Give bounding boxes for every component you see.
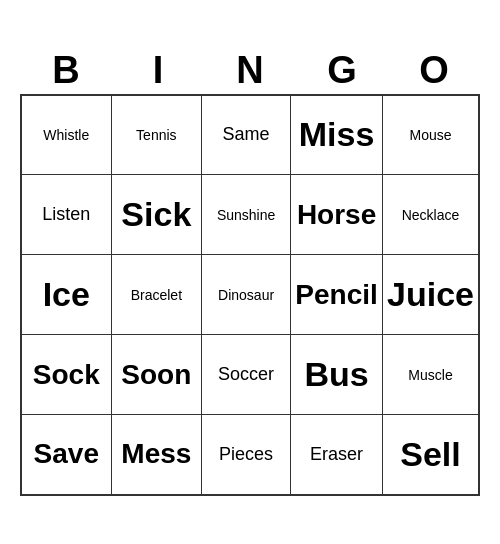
bingo-row-3: SockSoonSoccerBusMuscle	[21, 335, 479, 415]
header-letter-o: O	[388, 49, 480, 92]
bingo-cell-2-4: Juice	[383, 255, 479, 335]
header-letter-i: I	[112, 49, 204, 92]
header-letter-b: B	[20, 49, 112, 92]
bingo-row-0: WhistleTennisSameMissMouse	[21, 95, 479, 175]
bingo-row-4: SaveMessPiecesEraserSell	[21, 415, 479, 495]
bingo-row-1: ListenSickSunshineHorseNecklace	[21, 175, 479, 255]
bingo-cell-0-1: Tennis	[111, 95, 201, 175]
header-letter-n: N	[204, 49, 296, 92]
bingo-cell-3-4: Muscle	[383, 335, 479, 415]
header-letter-g: G	[296, 49, 388, 92]
bingo-cell-2-0: Ice	[21, 255, 111, 335]
bingo-cell-3-3: Bus	[291, 335, 383, 415]
bingo-cell-2-3: Pencil	[291, 255, 383, 335]
bingo-grid: WhistleTennisSameMissMouseListenSickSuns…	[20, 94, 480, 496]
bingo-cell-0-4: Mouse	[383, 95, 479, 175]
bingo-card: BINGO WhistleTennisSameMissMouseListenSi…	[20, 49, 480, 496]
bingo-cell-4-0: Save	[21, 415, 111, 495]
bingo-cell-3-2: Soccer	[202, 335, 291, 415]
bingo-cell-1-2: Sunshine	[202, 175, 291, 255]
bingo-cell-4-1: Mess	[111, 415, 201, 495]
bingo-cell-4-4: Sell	[383, 415, 479, 495]
bingo-cell-0-0: Whistle	[21, 95, 111, 175]
bingo-cell-1-3: Horse	[291, 175, 383, 255]
bingo-cell-4-2: Pieces	[202, 415, 291, 495]
bingo-cell-0-3: Miss	[291, 95, 383, 175]
bingo-cell-3-1: Soon	[111, 335, 201, 415]
bingo-cell-4-3: Eraser	[291, 415, 383, 495]
bingo-cell-0-2: Same	[202, 95, 291, 175]
bingo-header: BINGO	[20, 49, 480, 92]
bingo-cell-2-1: Bracelet	[111, 255, 201, 335]
bingo-cell-1-0: Listen	[21, 175, 111, 255]
bingo-row-2: IceBraceletDinosaurPencilJuice	[21, 255, 479, 335]
bingo-cell-2-2: Dinosaur	[202, 255, 291, 335]
bingo-cell-1-1: Sick	[111, 175, 201, 255]
bingo-cell-3-0: Sock	[21, 335, 111, 415]
bingo-cell-1-4: Necklace	[383, 175, 479, 255]
